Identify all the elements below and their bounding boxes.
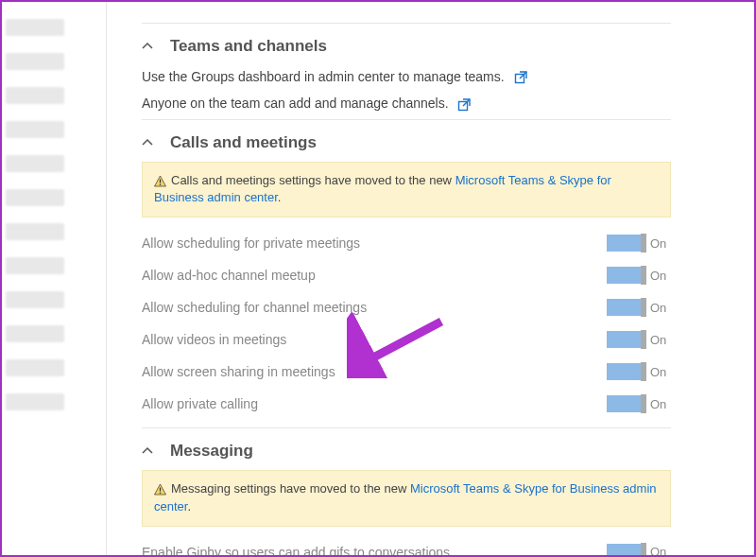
svg-line-3	[463, 99, 470, 106]
chevron-up-icon	[142, 41, 153, 52]
teams-desc-2: Anyone on the team can add and manage ch…	[142, 92, 671, 118]
setting-row: Enable Giphy so users can add gifs to co…	[142, 536, 671, 557]
section-title-calls: Calls and meetings	[170, 133, 317, 152]
toggle-state: On	[650, 333, 671, 347]
messaging-notice-suffix: .	[187, 499, 191, 513]
chevron-up-icon	[142, 445, 153, 457]
setting-label: Allow videos in meetings	[142, 332, 286, 347]
section-title-teams: Teams and channels	[170, 37, 327, 56]
calls-notice-prefix: Calls and meetings settings have moved t…	[171, 173, 455, 187]
setting-row: Allow videos in meetings On	[142, 323, 671, 356]
toggle-state: On	[650, 269, 671, 283]
toggle-group: On	[607, 267, 671, 284]
toggle-switch[interactable]	[607, 363, 646, 380]
toggle-group: On	[607, 544, 671, 557]
section-title-messaging: Messaging	[170, 442, 253, 461]
teams-desc-2-text: Anyone on the team can add and manage ch…	[142, 96, 449, 111]
toggle-group: On	[607, 395, 671, 412]
toggle-switch[interactable]	[607, 544, 646, 557]
calls-notice-suffix: .	[278, 190, 282, 204]
toggle-group: On	[607, 331, 671, 348]
svg-line-1	[520, 72, 526, 78]
svg-point-6	[160, 183, 162, 185]
section-header-calls[interactable]: Calls and meetings	[142, 119, 671, 162]
toggle-state: On	[650, 365, 671, 379]
chevron-up-icon	[142, 137, 153, 148]
toggle-switch[interactable]	[607, 235, 646, 252]
setting-row: Allow private calling On	[142, 388, 671, 420]
left-sidebar-blur	[2, 2, 68, 555]
toggle-switch[interactable]	[607, 267, 646, 284]
setting-label: Allow scheduling for channel meetings	[142, 300, 367, 315]
messaging-notice: Messaging settings have moved to the new…	[142, 470, 671, 527]
setting-label: Allow ad-hoc channel meetup	[142, 268, 316, 283]
svg-point-9	[160, 493, 162, 495]
vertical-divider	[106, 2, 107, 555]
section-header-messaging[interactable]: Messaging	[142, 428, 671, 470]
toggle-state: On	[650, 397, 671, 411]
external-link-icon[interactable]	[514, 71, 527, 84]
setting-row: Allow scheduling for private meetings On	[142, 227, 671, 259]
section-header-teams[interactable]: Teams and channels	[142, 23, 671, 65]
calls-notice: Calls and meetings settings have moved t…	[142, 162, 671, 218]
settings-panel: Teams and channels Use the Groups dashbo…	[142, 9, 671, 557]
setting-row: Allow screen sharing in meetings On	[142, 356, 671, 388]
toggle-switch[interactable]	[607, 395, 646, 412]
toggle-switch[interactable]	[607, 331, 646, 348]
teams-desc-1: Use the Groups dashboard in admin center…	[142, 65, 671, 92]
toggle-group: On	[607, 235, 671, 252]
toggle-group: On	[607, 363, 671, 380]
teams-desc-1-text: Use the Groups dashboard in admin center…	[142, 69, 505, 84]
setting-label: Enable Giphy so users can add gifs to co…	[142, 545, 450, 557]
toggle-state: On	[650, 545, 671, 557]
setting-label: Allow private calling	[142, 396, 258, 411]
setting-label: Allow scheduling for private meetings	[142, 235, 360, 251]
toggle-switch[interactable]	[607, 299, 646, 316]
toggle-group: On	[607, 299, 671, 316]
setting-row: Allow ad-hoc channel meetup On	[142, 259, 671, 291]
warning-icon	[154, 175, 166, 187]
messaging-notice-prefix: Messaging settings have moved to the new	[171, 481, 410, 496]
toggle-state: On	[650, 301, 671, 315]
toggle-state: On	[650, 236, 671, 251]
setting-label: Allow screen sharing in meetings	[142, 364, 335, 379]
warning-icon	[154, 483, 166, 496]
setting-row: Allow scheduling for channel meetings On	[142, 291, 671, 323]
external-link-icon[interactable]	[457, 98, 471, 112]
